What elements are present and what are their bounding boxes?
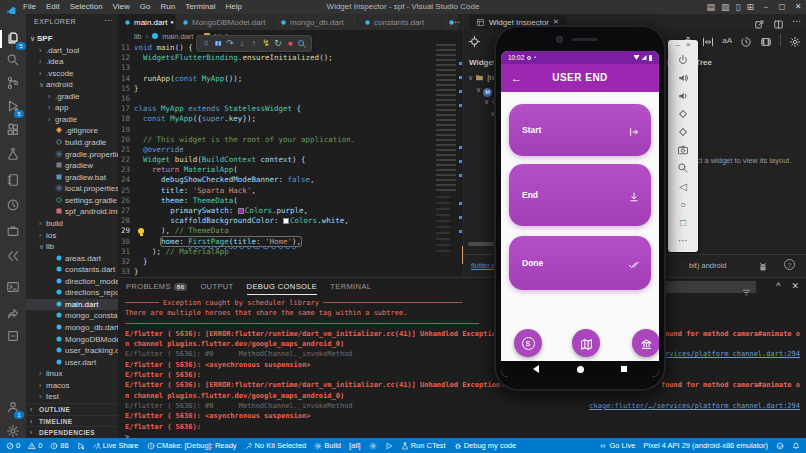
code-line-text[interactable]: } — [134, 267, 139, 277]
emulator-zoom-button[interactable] — [668, 159, 698, 177]
status-go-live[interactable]: Go Live — [595, 441, 639, 450]
menu-help[interactable]: Help — [225, 0, 241, 14]
settings-icon[interactable] — [789, 34, 801, 46]
tree-item-directions-repository-dart[interactable]: directions_repository.dart — [26, 287, 118, 299]
code-line-text[interactable]: scaffoldBackgroundColor: Colors.white, — [134, 216, 349, 226]
tree-item-android[interactable]: ∨android — [26, 79, 118, 91]
code-line-text[interactable]: primarySwatch: Colors.purple, — [134, 206, 308, 216]
stop-icon[interactable]: ■ — [284, 36, 296, 51]
step-into-icon[interactable]: ↓ — [236, 36, 248, 51]
status-cmake-debug-ready[interactable]: CMake: [Debug]: Ready — [143, 441, 241, 450]
code-line-text[interactable]: WidgetsFlutterBinding.ensureInitialized(… — [134, 53, 333, 63]
tree-item-app[interactable]: ›app — [26, 102, 118, 114]
tree-item--vscode[interactable]: ›.vscode — [26, 68, 118, 80]
menu-view[interactable]: View — [113, 0, 130, 14]
customize-layout-icon[interactable]: ⊞ — [746, 0, 754, 14]
tree-item-gradle[interactable]: ›gradle — [26, 114, 118, 126]
menu-go[interactable]: Go — [140, 0, 151, 14]
status-build[interactable]: Build — [310, 441, 345, 450]
step-out-icon[interactable]: ↑ — [248, 36, 260, 51]
toggle-sidebar-icon[interactable]: ▤ — [706, 0, 715, 14]
code-line-text[interactable]: const MyApp({super.key}); — [134, 114, 256, 124]
code-line-text[interactable]: // This widget is the root of your appli… — [134, 135, 355, 145]
tree-item-mongo-db-dart[interactable]: mongo_db.dart — [26, 322, 118, 334]
emulator-power-button[interactable] — [668, 51, 698, 69]
code-editor[interactable]: 11void main() {12 WidgetsFlutterBinding.… — [118, 43, 463, 277]
code-line-text[interactable]: } — [134, 84, 139, 94]
activity-project-manager[interactable] — [0, 223, 26, 241]
emulator-rotate-left-button[interactable] — [668, 105, 698, 123]
close-icon[interactable]: × — [686, 40, 691, 51]
tree-item-macos[interactable]: ›macos — [26, 380, 118, 392]
panel-tab-terminal[interactable]: TERMINAL — [330, 279, 371, 295]
close-panel-icon[interactable]: ✕ — [791, 280, 799, 293]
code-line-text[interactable]: debugShowCheckedModeBanner: false, — [134, 175, 315, 185]
tree-item-test[interactable]: ›test — [26, 391, 118, 403]
tree-item-mongodbmodel-dart[interactable]: MongoDBModel.dart — [26, 334, 118, 346]
stack-frame-link[interactable]: services/platform_channel.dart:294 — [657, 349, 800, 359]
tree-item--idea[interactable]: ›.idea — [26, 56, 118, 68]
back-arrow-icon[interactable]: ← — [511, 64, 522, 92]
close-button[interactable]: ✕ — [790, 0, 806, 14]
activity-flutter[interactable] — [0, 248, 26, 266]
tree-item--gradle[interactable]: ›.gradle — [26, 91, 118, 103]
minimize-icon[interactable]: – — [675, 40, 679, 51]
more-actions-icon[interactable]: ⋯ — [104, 16, 112, 25]
tree-item-spf-android-iml[interactable]: spf_android.iml — [26, 206, 118, 218]
status-pixel-4-api-29-android-x86-emulator[interactable]: Pixel 4 API 29 (android-x86 emulator) — [639, 441, 772, 450]
status-play[interactable] — [381, 442, 397, 450]
toggle-secondary-sidebar-icon[interactable]: ▯ — [736, 0, 741, 14]
fab-bank-button[interactable] — [632, 329, 659, 357]
status-0[interactable]: 0 — [2, 441, 24, 450]
activity-search[interactable] — [0, 52, 26, 70]
split-editor-icon[interactable] — [773, 16, 784, 27]
fit-width-icon[interactable] — [702, 34, 714, 46]
code-line-text[interactable]: theme: ThemeData( — [134, 196, 238, 206]
status-gear[interactable] — [365, 442, 381, 450]
filter-icon[interactable] — [742, 283, 751, 292]
emulator-camera-button[interactable] — [668, 141, 698, 159]
menu-terminal[interactable]: Terminal — [185, 0, 215, 14]
status-debug-my-code[interactable]: Debug my code — [450, 441, 521, 450]
tree-item-areas-dart[interactable]: areas.dart — [26, 253, 118, 265]
more-icon[interactable]: ⋯ — [792, 16, 801, 27]
tree-item-direction-models-dart[interactable]: direction_models.dart — [26, 276, 118, 288]
nav-recents-button[interactable] — [621, 366, 627, 372]
select-widget-mode-icon[interactable] — [468, 34, 481, 47]
tree-item--dart-tool[interactable]: ›.dart_tool — [26, 45, 118, 57]
activity-share[interactable] — [0, 306, 26, 324]
sidebar-section-dependencies[interactable]: ›DEPENDENCIES — [26, 426, 118, 438]
status-bell[interactable] — [788, 442, 804, 450]
status-no-kit-selected[interactable]: No Kit Selected — [241, 441, 311, 450]
editor-tab-mongo_db.dart[interactable]: mongo_db.dart — [274, 14, 358, 30]
status-86[interactable]: 86 — [46, 441, 72, 450]
fab-map-button[interactable] — [572, 329, 600, 357]
text-size-icon[interactable]: aA — [722, 36, 732, 45]
slow-animations-icon[interactable] — [740, 34, 752, 46]
status-0[interactable]: 0 — [24, 441, 46, 450]
stack-frame-link[interactable]: ckage:flutter/…/services/platform_channe… — [589, 401, 800, 411]
code-line-text[interactable]: home: FirstPage(title: 'Home'), — [134, 237, 301, 247]
panel-tab-output[interactable]: OUTPUT — [200, 279, 233, 295]
phone-button-done[interactable]: Done — [509, 236, 651, 290]
toggle-panel-icon[interactable]: ▥ — [721, 0, 730, 14]
tree-item-main-dart[interactable]: main.dart — [26, 299, 118, 311]
panel-tab-debug-console[interactable]: DEBUG CONSOLE — [247, 278, 318, 295]
code-line-text[interactable]: class MyApp extends StatelessWidget { — [134, 104, 301, 114]
screenshot-icon[interactable] — [760, 34, 772, 46]
activity-run-and-debug[interactable]: 5 — [0, 98, 26, 116]
code-line-text[interactable]: Widget build(BuildContext context) { — [134, 155, 306, 165]
tree-item-gradle-properties[interactable]: gradle.properties — [26, 149, 118, 161]
emulator-back-button[interactable]: ◁ — [668, 177, 698, 195]
restart-icon[interactable]: ↻ — [272, 36, 284, 51]
minimize-button[interactable]: – — [758, 0, 774, 14]
tree-item-build-gradle[interactable]: build.gradle — [26, 137, 118, 149]
nav-home-button[interactable] — [577, 366, 584, 373]
activity-source-control[interactable] — [0, 75, 26, 93]
nav-back-button[interactable] — [533, 365, 539, 373]
activity-testing[interactable] — [0, 146, 26, 164]
fab-dollar-button[interactable]: $ — [514, 329, 542, 357]
tree-item-local-properties[interactable]: local.properties — [26, 183, 118, 195]
menu-selection[interactable]: Selection — [70, 0, 103, 14]
tree-item-lib[interactable]: ∨lib — [26, 241, 118, 253]
